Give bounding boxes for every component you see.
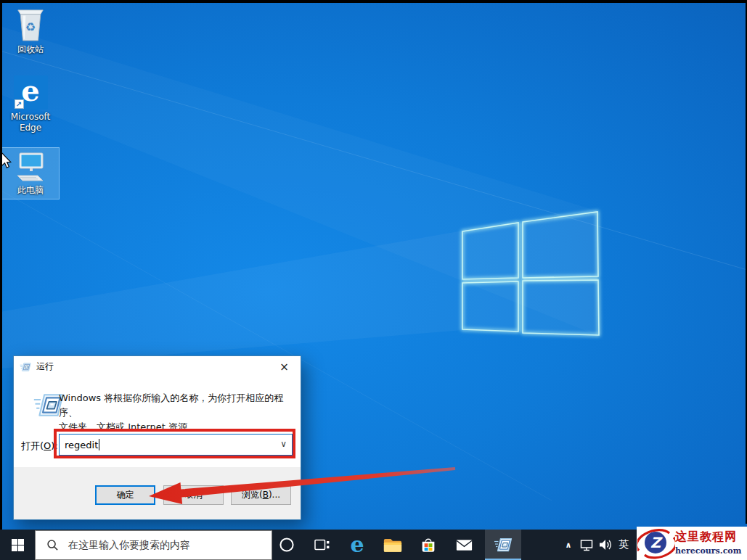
start-button[interactable]: [0, 530, 35, 560]
close-button[interactable]: ×: [268, 356, 301, 377]
volume-icon: [598, 538, 613, 551]
site-name: 这里教程网: [675, 530, 745, 544]
annotation-highlight-box: [54, 429, 295, 458]
network-tray-button[interactable]: [577, 530, 596, 560]
volume-tray-button[interactable]: [596, 530, 615, 560]
chevron-up-icon: ∧: [566, 540, 572, 550]
recycle-bin-icon: ♻: [15, 6, 46, 42]
search-placeholder: 在这里输入你要搜索的内容: [68, 539, 190, 552]
wallpaper-windows-logo: [462, 212, 599, 335]
store-icon: [419, 535, 438, 555]
windows-desktop: ♻ 回收站 e ↗ Microsoft Edge 此电脑 运行 ×: [0, 0, 747, 560]
recycle-symbol: ♻: [25, 20, 36, 34]
desktop-icon-label: 回收站: [4, 44, 57, 55]
message-line-1: Windows 将根据你所输入的名称，为你打开相应的程序、: [59, 392, 283, 418]
task-view-button[interactable]: [305, 530, 338, 560]
desktop-icon-recycle-bin[interactable]: ♻ 回收站: [4, 6, 57, 55]
mouse-cursor: [1, 152, 12, 169]
search-icon: [46, 539, 59, 551]
task-view-icon: [313, 537, 330, 553]
site-url: herecours.com: [675, 546, 745, 556]
cancel-button[interactable]: 取消: [163, 485, 224, 505]
screenshot-border-left: [0, 0, 2, 530]
taskbar-file-explorer-button[interactable]: [376, 530, 409, 560]
taskbar-store-button[interactable]: [412, 530, 445, 560]
edge-tile-icon: e ↗: [14, 75, 48, 110]
taskbar-search-box[interactable]: 在这里输入你要搜索的内容: [35, 530, 272, 560]
dialog-title: 运行: [36, 361, 54, 373]
edge-icon: e: [346, 533, 368, 556]
dialog-message: Windows 将根据你所输入的名称，为你打开相应的程序、 文件夹、文档或 In…: [59, 391, 298, 435]
watermark-text: 这里教程网 herecours.com: [675, 530, 745, 556]
windows-logo-icon: [12, 539, 24, 551]
taskbar-run-button-active[interactable]: [485, 530, 521, 560]
site-logo: Z: [637, 527, 675, 559]
ok-button[interactable]: 确定: [95, 485, 155, 505]
desktop-icon-label: Microsoft Edge: [4, 112, 57, 133]
hidden-icons-chevron[interactable]: ∧: [560, 530, 576, 560]
cortana-button[interactable]: [270, 530, 303, 560]
run-icon: [20, 362, 31, 372]
run-dialog-titlebar[interactable]: 运行 ×: [14, 356, 301, 377]
desktop-icon-microsoft-edge[interactable]: e ↗ Microsoft Edge: [4, 75, 57, 133]
mail-icon: [454, 537, 474, 553]
this-pc-icon: [13, 152, 48, 183]
shortcut-arrow-icon: ↗: [15, 99, 24, 109]
network-icon: [579, 538, 595, 552]
close-icon: ×: [279, 361, 289, 374]
desktop-icon-label: 此电脑: [2, 185, 59, 196]
file-explorer-icon: [383, 536, 403, 553]
taskbar-mail-button[interactable]: [447, 530, 481, 560]
screenshot-border-top: [0, 0, 747, 3]
open-label: 打开(O):: [21, 440, 58, 453]
site-watermark: Z 这里教程网 herecours.com: [637, 527, 747, 560]
run-icon: [494, 537, 513, 553]
browse-button[interactable]: 浏览(B)...: [231, 485, 291, 505]
edge-e-glyph: e: [350, 533, 364, 556]
input-language-indicator[interactable]: 英: [613, 530, 634, 560]
language-label: 英: [619, 538, 629, 551]
cortana-icon: [279, 537, 295, 553]
run-dialog-footer: 确定 取消 浏览(B)...: [14, 467, 301, 519]
taskbar-edge-button[interactable]: e: [340, 530, 374, 560]
taskbar: 在这里输入你要搜索的内容 e: [0, 530, 747, 560]
